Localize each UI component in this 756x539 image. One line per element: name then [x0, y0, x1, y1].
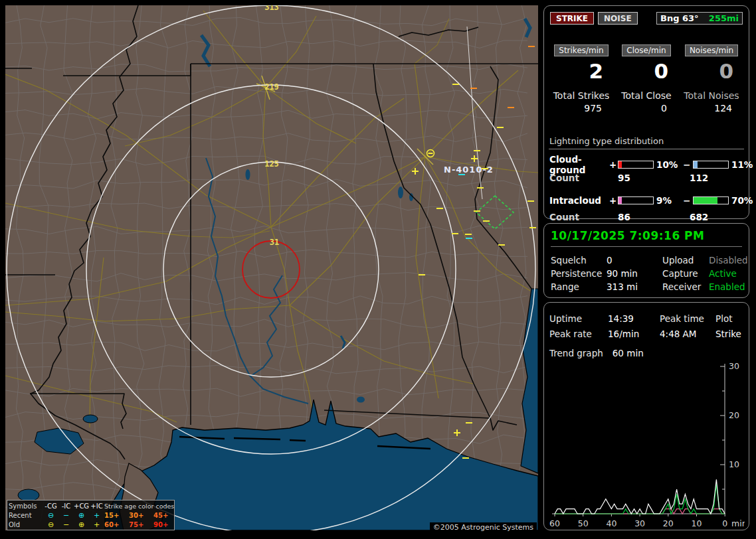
ic-minus-count: 682: [690, 212, 743, 222]
strikes-per-min-value: 2: [549, 60, 614, 82]
status-panel: 10/17/2025 7:09:16 PM Squelch0UploadDisa…: [543, 223, 749, 298]
legend--CG-icon: ⊖: [43, 512, 58, 519]
cg-minus-count: 112: [690, 173, 743, 183]
x-axis-unit: min: [731, 518, 745, 528]
legend-age-code: 60+: [104, 521, 129, 528]
close-per-min-header: Close/min: [622, 44, 670, 56]
legend-symbols-header: Symbols: [9, 502, 43, 510]
total-close-label: Total Close: [614, 90, 679, 101]
intracloud-row: Intracloud + 9% − 70%: [549, 193, 744, 208]
peak-rate-label: Peak rate: [549, 329, 608, 339]
trend-chart: 1020306050403020100min: [549, 360, 745, 531]
legend-column-header: -CG: [43, 502, 58, 510]
legend-+CG-icon: ⊕: [74, 521, 89, 528]
status-grid: Squelch0UploadDisabledPersistence90 minC…: [551, 254, 742, 293]
status-value: Enabled: [709, 281, 748, 292]
session-grid: Uptime 14:39 Peak time Plot Peak rate 16…: [549, 311, 743, 341]
cloud-ground-count-row: Count 95 112: [549, 171, 744, 185]
status-label: Persistence: [551, 268, 607, 279]
legend--IC-icon: −: [58, 521, 74, 528]
cg-minus-percent: 11%: [731, 159, 753, 170]
strike-mode-button[interactable]: STRIKE: [550, 12, 594, 25]
total-strikes-value: 975: [549, 103, 614, 114]
total-noises-value: 124: [679, 103, 744, 114]
ic-plus-percent: 9%: [656, 195, 683, 206]
plus-sign: +: [609, 159, 618, 170]
lightning-map[interactable]: 31321912531 N-4010-2: [5, 5, 538, 530]
noises-per-min-value: 0: [679, 60, 744, 82]
intracloud-label: Intracloud: [549, 195, 609, 206]
legend-+IC-icon: +: [89, 512, 104, 519]
bearing-value: Bng 63°: [660, 13, 699, 23]
x-tick-label: 50: [578, 518, 589, 528]
bearing-readout: Bng 63° 255mi: [656, 12, 743, 25]
strikes-per-min-header: Strikes/min: [554, 44, 608, 56]
ring-label: 219: [264, 82, 279, 92]
plot-label: Plot: [715, 313, 743, 324]
legend--IC-icon: −: [58, 512, 74, 519]
copyright: ©2005 Astrogenic Systems: [430, 522, 537, 532]
legend-column-header: -IC: [58, 502, 74, 510]
legend-+CG-icon: ⊕: [74, 512, 89, 519]
y-tick-label: 30: [729, 361, 739, 371]
intracloud-count-row: Count 86 682: [549, 210, 744, 224]
close-column: Close/min 0 Total Close 0: [614, 44, 679, 114]
uptime-value: 14:39: [608, 313, 660, 324]
minus-sign: −: [683, 159, 693, 170]
legend-+IC-icon: +: [89, 521, 104, 528]
count-label: Count: [549, 173, 618, 183]
noises-per-min-header: Noises/min: [685, 44, 738, 56]
peak-rate-value: 16/min: [608, 329, 660, 339]
trend-graph-label: Trend graph: [549, 348, 603, 358]
close-per-min-value: 0: [614, 60, 679, 82]
ring-label: 31: [270, 238, 279, 247]
status-value: 313 mi: [607, 281, 662, 292]
x-tick-label: 20: [663, 518, 674, 528]
status-value: Disabled: [709, 255, 748, 266]
x-tick-label: 10: [692, 518, 702, 528]
strikes-column: Strikes/min 2 Total Strikes 975: [549, 44, 614, 114]
app-window: 31321912531 N-4010-2 Symbols-CG-IC+CG+IC…: [0, 0, 756, 539]
legend-age-code: 15+: [104, 512, 129, 519]
status-label: Upload: [662, 255, 709, 266]
x-tick-label: 60: [549, 518, 560, 528]
map-legend: Symbols-CG-IC+CG+ICStrike age color code…: [7, 500, 175, 530]
ic-plus-count: 86: [618, 212, 690, 222]
legend-row-label: Old: [9, 521, 43, 528]
total-noises-label: Total Noises: [679, 90, 744, 101]
peak-time-label: Peak time: [660, 313, 715, 324]
ring-label: 125: [264, 159, 279, 169]
trend-series: [555, 479, 725, 514]
legend-age-code: 75+: [129, 521, 153, 528]
ic-minus-percent: 70%: [731, 195, 753, 206]
ic-minus-bar: [693, 196, 729, 204]
peak-time-value: 4:48 AM: [660, 329, 715, 339]
legend-age-code: 90+: [153, 521, 173, 528]
ic-plus-bar: [618, 196, 654, 204]
cg-plus-bar: [618, 161, 654, 169]
storm-cell-label: N-4010-2: [444, 165, 494, 175]
legend--CG-icon: ⊖: [43, 521, 58, 528]
legend-row-label: Recent: [9, 512, 43, 519]
status-value: Active: [709, 268, 748, 279]
plus-sign: +: [609, 195, 618, 206]
count-label: Count: [549, 212, 618, 222]
legend-column-header: +IC: [89, 502, 104, 510]
status-label: Squelch: [551, 255, 607, 266]
legend-column-header: +CG: [74, 502, 89, 510]
legend-age-header: Strike age color codes: [104, 502, 173, 510]
legend-age-code: 30+: [129, 512, 153, 519]
uptime-label: Uptime: [549, 313, 608, 324]
noise-mode-button[interactable]: NOISE: [598, 12, 638, 25]
x-tick-label: 40: [606, 518, 616, 528]
x-tick-label: 30: [634, 518, 645, 528]
cg-plus-count: 95: [618, 173, 690, 183]
plot-value: Strike: [715, 329, 743, 339]
datetime-display: 10/17/2025 7:09:16 PM: [551, 229, 742, 247]
status-label: Capture: [662, 268, 709, 279]
status-value: 90 min: [607, 268, 662, 279]
cg-plus-percent: 10%: [656, 159, 683, 170]
map-panel[interactable]: 31321912531 N-4010-2 Symbols-CG-IC+CG+IC…: [5, 5, 538, 530]
status-label: Receiver: [662, 281, 709, 292]
ring-label: 313: [264, 5, 279, 12]
